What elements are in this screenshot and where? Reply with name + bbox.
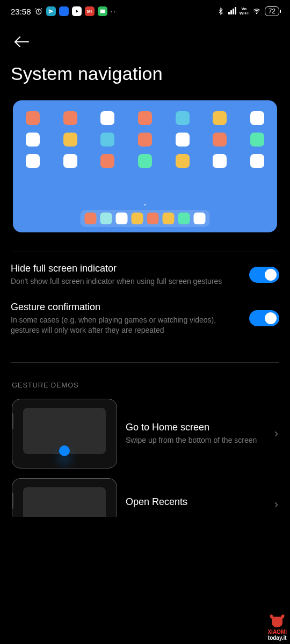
demo-thumbnail — [12, 399, 117, 469]
wifi-icon — [252, 8, 262, 15]
status-left: 23:58 MI ·· — [11, 6, 117, 16]
battery-indicator: 72 — [265, 6, 279, 16]
toggle-gesture-confirmation[interactable] — [249, 310, 279, 326]
toggle-knob — [265, 269, 277, 281]
page-title: System navigation — [0, 54, 290, 100]
app-tile — [138, 154, 152, 168]
app-tile — [63, 154, 77, 168]
toggle-hide-indicator[interactable] — [249, 267, 279, 283]
dock-tile — [147, 213, 159, 224]
gesture-dot-icon — [59, 445, 70, 456]
dock-tile — [85, 213, 97, 224]
app-tile — [138, 111, 152, 125]
demo-open-recents[interactable]: Open Recents › — [0, 478, 290, 517]
notif-app-icon-5 — [98, 6, 107, 16]
notif-app-icon-1 — [46, 6, 56, 16]
setting-desc: Don't show full screen indicator when us… — [11, 276, 241, 287]
app-tile — [63, 111, 77, 125]
setting-desc: In some cases (e.g. when playing games o… — [11, 315, 241, 335]
cellular-signal-icon — [228, 7, 236, 16]
app-tile — [213, 133, 227, 147]
chevron-right-icon: › — [272, 427, 278, 441]
demo-title: Open Recents — [126, 496, 264, 508]
dock-tile — [132, 213, 143, 224]
arrow-left-icon — [13, 35, 30, 48]
notif-app-icon-3 — [72, 6, 82, 16]
device-side-button — [12, 493, 13, 509]
status-bar: 23:58 MI ·· VoWiFi 72 — [0, 0, 290, 23]
demo-desc: Swipe up from the bottom of the screen — [126, 435, 264, 445]
app-tile — [250, 154, 264, 168]
device-side-button — [12, 413, 13, 429]
home-dock — [81, 210, 210, 227]
app-tile — [176, 111, 190, 125]
app-tile — [26, 111, 40, 125]
watermark: XIAOMI today.it — [267, 613, 287, 641]
dock-tile — [116, 213, 128, 224]
home-grid-row — [26, 133, 264, 147]
setting-hide-indicator[interactable]: Hide full screen indicator Don't show fu… — [0, 252, 290, 297]
toggle-knob — [265, 312, 277, 324]
notif-app-icon-4: MI — [85, 6, 95, 16]
app-tile — [176, 133, 190, 147]
clock: 23:58 — [11, 7, 31, 16]
demo-screen — [23, 487, 106, 517]
setting-text: Hide full screen indicator Don't show fu… — [11, 263, 241, 287]
mascot-icon — [268, 613, 286, 628]
dock-tile — [194, 213, 206, 224]
setting-title: Gesture confirmation — [11, 302, 241, 313]
app-tile — [250, 111, 264, 125]
setting-gesture-confirmation[interactable]: Gesture confirmation In some cases (e.g.… — [0, 297, 290, 346]
app-tile — [213, 154, 227, 168]
dock-tile — [178, 213, 190, 224]
demo-title: Go to Home screen — [126, 422, 264, 433]
gesture-preview — [13, 100, 277, 232]
app-tile — [100, 154, 114, 168]
setting-title: Hide full screen indicator — [11, 263, 241, 274]
app-tile — [26, 154, 40, 168]
section-label-gesture-demos: GESTURE DEMOS — [0, 379, 290, 399]
alarm-icon — [34, 7, 43, 16]
back-button[interactable] — [10, 30, 33, 54]
watermark-brand: XIAOMI — [267, 629, 287, 635]
battery-percent: 72 — [269, 8, 276, 15]
app-tile — [100, 111, 114, 125]
chevron-right-icon: › — [272, 478, 278, 511]
dock-tile — [100, 213, 112, 224]
notif-app-icon-2 — [59, 6, 69, 16]
demo-go-to-home[interactable]: Go to Home screen Swipe up from the bott… — [0, 399, 290, 478]
demo-text: Open Recents — [126, 478, 264, 510]
status-overflow-dots: ·· — [111, 7, 117, 16]
page-indicator-dot — [144, 204, 146, 206]
demo-text: Go to Home screen Swipe up from the bott… — [126, 422, 264, 445]
watermark-site: today.it — [268, 635, 287, 641]
app-tile — [138, 133, 152, 147]
app-tile — [176, 154, 190, 168]
app-tile — [250, 133, 264, 147]
app-tile — [100, 133, 114, 147]
dock-tile — [163, 213, 175, 224]
home-grid — [26, 111, 264, 168]
app-tile — [213, 111, 227, 125]
setting-text: Gesture confirmation In some cases (e.g.… — [11, 302, 241, 335]
header-bar — [0, 23, 290, 54]
status-right: VoWiFi 72 — [217, 6, 279, 16]
demo-thumbnail — [12, 478, 117, 517]
home-grid-row — [26, 154, 264, 168]
app-tile — [63, 133, 77, 147]
svg-point-1 — [256, 13, 257, 13]
gesture-preview-wrap — [0, 100, 290, 232]
bluetooth-icon — [217, 7, 224, 16]
app-tile — [26, 133, 40, 147]
home-grid-row — [26, 111, 264, 125]
vowifi-icon: VoWiFi — [240, 7, 249, 16]
